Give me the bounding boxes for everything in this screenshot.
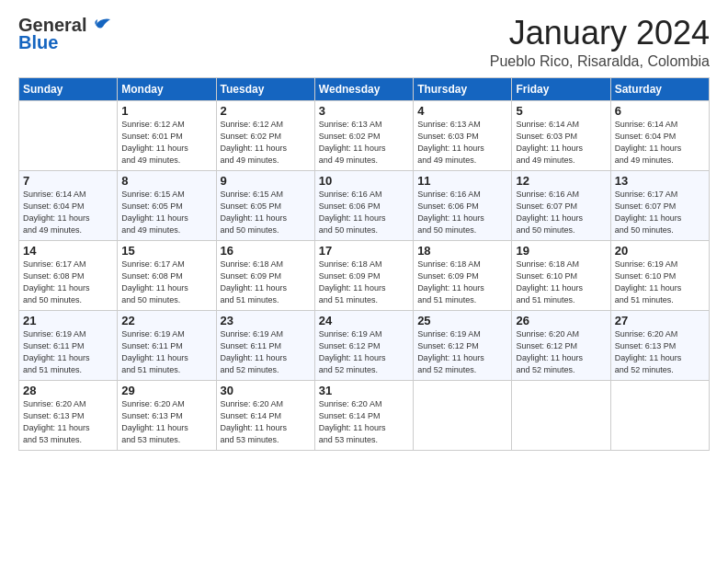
day-header-monday: Monday [118,77,216,100]
calendar-cell: 15Sunrise: 6:17 AMSunset: 6:08 PMDayligh… [118,240,216,310]
day-number: 17 [319,244,409,258]
day-number: 3 [319,104,409,118]
day-number: 14 [23,244,113,258]
day-number: 11 [417,174,507,188]
day-header-thursday: Thursday [414,77,512,100]
day-info: Sunrise: 6:12 AMSunset: 6:02 PMDaylight:… [221,119,311,167]
day-number: 1 [121,104,211,118]
calendar-cell: 27Sunrise: 6:20 AMSunset: 6:13 PMDayligh… [610,310,709,380]
day-number: 25 [417,314,507,327]
location-subtitle: Pueblo Rico, Risaralda, Colombia [490,53,710,70]
calendar-cell: 12Sunrise: 6:16 AMSunset: 6:07 PMDayligh… [512,170,610,240]
day-info: Sunrise: 6:13 AMSunset: 6:03 PMDaylight:… [417,119,507,167]
calendar-cell: 22Sunrise: 6:19 AMSunset: 6:11 PMDayligh… [118,310,216,380]
logo: General Blue [18,15,112,53]
day-info: Sunrise: 6:19 AMSunset: 6:12 PMDaylight:… [417,328,507,376]
day-info: Sunrise: 6:12 AMSunset: 6:01 PMDaylight:… [121,119,211,167]
calendar-cell: 31Sunrise: 6:20 AMSunset: 6:14 PMDayligh… [314,380,413,450]
day-number: 6 [615,104,705,118]
day-number: 7 [23,174,113,188]
day-number: 22 [121,314,211,327]
day-info: Sunrise: 6:17 AMSunset: 6:07 PMDaylight:… [615,189,705,236]
calendar-cell: 29Sunrise: 6:20 AMSunset: 6:13 PMDayligh… [118,380,216,450]
calendar-cell: 30Sunrise: 6:20 AMSunset: 6:14 PMDayligh… [216,380,314,450]
calendar-cell: 19Sunrise: 6:18 AMSunset: 6:10 PMDayligh… [512,240,610,310]
calendar-cell [512,380,610,450]
day-info: Sunrise: 6:19 AMSunset: 6:12 PMDaylight:… [319,328,409,376]
day-header-sunday: Sunday [19,77,118,100]
calendar-cell: 9Sunrise: 6:15 AMSunset: 6:05 PMDaylight… [216,170,314,240]
calendar-cell: 23Sunrise: 6:19 AMSunset: 6:11 PMDayligh… [216,310,314,380]
day-info: Sunrise: 6:20 AMSunset: 6:13 PMDaylight:… [615,328,705,376]
calendar-cell: 3Sunrise: 6:13 AMSunset: 6:02 PMDaylight… [314,100,413,170]
day-number: 15 [121,244,211,258]
calendar-table: SundayMondayTuesdayWednesdayThursdayFrid… [18,77,710,451]
day-number: 24 [319,314,409,327]
calendar-cell: 6Sunrise: 6:14 AMSunset: 6:04 PMDaylight… [610,100,709,170]
calendar-cell: 20Sunrise: 6:19 AMSunset: 6:10 PMDayligh… [610,240,709,310]
calendar-cell: 28Sunrise: 6:20 AMSunset: 6:13 PMDayligh… [19,380,118,450]
day-info: Sunrise: 6:15 AMSunset: 6:05 PMDaylight:… [221,189,311,236]
logo-bird-icon [88,16,112,32]
day-number: 16 [221,244,311,258]
header: General Blue January 2024 Pueblo Rico, R… [18,15,710,70]
week-row-5: 28Sunrise: 6:20 AMSunset: 6:13 PMDayligh… [19,380,710,450]
day-number: 18 [417,244,507,258]
day-number: 26 [516,314,606,327]
day-info: Sunrise: 6:20 AMSunset: 6:14 PMDaylight:… [221,398,311,446]
day-number: 29 [121,384,211,397]
calendar-cell: 18Sunrise: 6:18 AMSunset: 6:09 PMDayligh… [414,240,512,310]
day-info: Sunrise: 6:20 AMSunset: 6:13 PMDaylight:… [23,398,113,446]
day-info: Sunrise: 6:14 AMSunset: 6:04 PMDaylight:… [615,119,705,167]
day-number: 19 [516,244,606,258]
days-header-row: SundayMondayTuesdayWednesdayThursdayFrid… [19,77,710,100]
calendar-cell [19,100,118,170]
day-number: 13 [615,174,705,188]
day-number: 28 [23,384,113,397]
day-info: Sunrise: 6:19 AMSunset: 6:10 PMDaylight:… [615,259,705,306]
day-info: Sunrise: 6:20 AMSunset: 6:14 PMDaylight:… [319,398,409,446]
day-info: Sunrise: 6:19 AMSunset: 6:11 PMDaylight:… [23,328,113,376]
calendar-cell: 14Sunrise: 6:17 AMSunset: 6:08 PMDayligh… [19,240,118,310]
logo-blue-text: Blue [18,32,58,53]
day-number: 4 [417,104,507,118]
calendar-cell: 21Sunrise: 6:19 AMSunset: 6:11 PMDayligh… [19,310,118,380]
calendar-cell: 7Sunrise: 6:14 AMSunset: 6:04 PMDaylight… [19,170,118,240]
calendar-cell: 17Sunrise: 6:18 AMSunset: 6:09 PMDayligh… [314,240,413,310]
week-row-1: 1Sunrise: 6:12 AMSunset: 6:01 PMDaylight… [19,100,710,170]
day-info: Sunrise: 6:16 AMSunset: 6:06 PMDaylight:… [417,189,507,236]
day-number: 10 [319,174,409,188]
day-info: Sunrise: 6:17 AMSunset: 6:08 PMDaylight:… [121,259,211,306]
calendar-cell: 11Sunrise: 6:16 AMSunset: 6:06 PMDayligh… [414,170,512,240]
calendar-cell: 8Sunrise: 6:15 AMSunset: 6:05 PMDaylight… [118,170,216,240]
day-number: 27 [615,314,705,327]
day-header-friday: Friday [512,77,610,100]
title-area: January 2024 Pueblo Rico, Risaralda, Col… [490,15,710,70]
day-info: Sunrise: 6:18 AMSunset: 6:09 PMDaylight:… [417,259,507,306]
day-number: 9 [221,174,311,188]
calendar-cell: 24Sunrise: 6:19 AMSunset: 6:12 PMDayligh… [314,310,413,380]
day-info: Sunrise: 6:16 AMSunset: 6:07 PMDaylight:… [516,189,606,236]
week-row-4: 21Sunrise: 6:19 AMSunset: 6:11 PMDayligh… [19,310,710,380]
calendar-cell: 1Sunrise: 6:12 AMSunset: 6:01 PMDaylight… [118,100,216,170]
day-info: Sunrise: 6:14 AMSunset: 6:04 PMDaylight:… [23,189,113,236]
month-title: January 2024 [490,15,710,52]
calendar-cell: 16Sunrise: 6:18 AMSunset: 6:09 PMDayligh… [216,240,314,310]
calendar-cell: 4Sunrise: 6:13 AMSunset: 6:03 PMDaylight… [414,100,512,170]
day-info: Sunrise: 6:18 AMSunset: 6:10 PMDaylight:… [516,259,606,306]
day-info: Sunrise: 6:14 AMSunset: 6:03 PMDaylight:… [516,119,606,167]
calendar-cell: 13Sunrise: 6:17 AMSunset: 6:07 PMDayligh… [610,170,709,240]
calendar-cell: 26Sunrise: 6:20 AMSunset: 6:12 PMDayligh… [512,310,610,380]
day-info: Sunrise: 6:13 AMSunset: 6:02 PMDaylight:… [319,119,409,167]
day-number: 20 [615,244,705,258]
calendar-cell: 10Sunrise: 6:16 AMSunset: 6:06 PMDayligh… [314,170,413,240]
day-number: 2 [221,104,311,118]
page: General Blue January 2024 Pueblo Rico, R… [0,0,728,460]
day-number: 5 [516,104,606,118]
day-info: Sunrise: 6:20 AMSunset: 6:12 PMDaylight:… [516,328,606,376]
day-header-saturday: Saturday [610,77,709,100]
day-number: 31 [319,384,409,397]
day-header-wednesday: Wednesday [314,77,413,100]
day-number: 21 [23,314,113,327]
day-info: Sunrise: 6:15 AMSunset: 6:05 PMDaylight:… [121,189,211,236]
